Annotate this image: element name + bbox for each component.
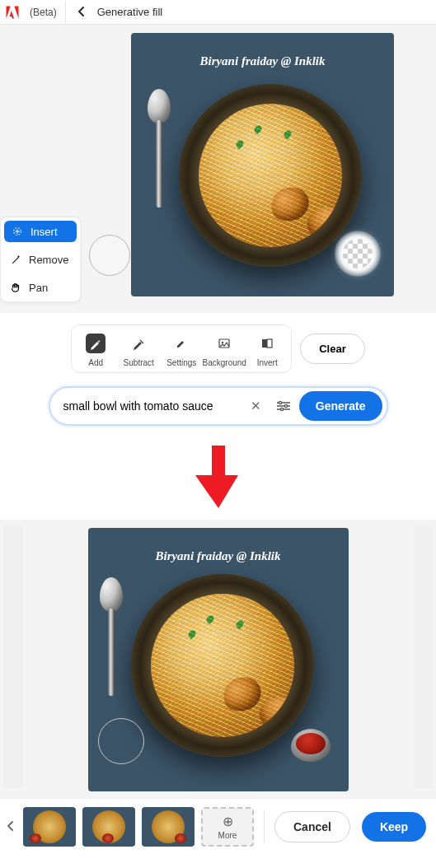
svg-point-6	[284, 404, 287, 407]
clear-button[interactable]: Clear	[300, 334, 365, 364]
canvas-before[interactable]: Biryani fraiday @ Inklik	[131, 33, 394, 296]
plate-graphic	[179, 84, 362, 267]
page-title: Generative fill	[97, 6, 162, 18]
variants-bar: ⊕ More Cancel Keep	[0, 798, 436, 855]
sparkle-icon	[11, 225, 24, 238]
remove-label: Remove	[29, 254, 68, 266]
invert-icon	[257, 334, 277, 353]
settings-button[interactable]: Settings	[162, 334, 200, 367]
variant-thumb-3[interactable]	[142, 807, 195, 847]
variant-thumb-2[interactable]	[82, 807, 135, 847]
prompt-input[interactable]	[63, 399, 244, 413]
svg-rect-3	[262, 339, 267, 348]
adobe-logo	[3, 3, 21, 21]
cancel-button[interactable]: Cancel	[274, 811, 350, 842]
editor-stage-before: Insert Remove Pan Biryani fraiday @ Inkl…	[0, 25, 436, 313]
pan-tool[interactable]: Pan	[1, 273, 80, 301]
keep-button[interactable]: Keep	[362, 812, 426, 842]
invert-button[interactable]: Invert	[248, 334, 286, 367]
insert-label: Insert	[30, 226, 58, 238]
invert-label: Invert	[257, 358, 278, 367]
svg-point-5	[279, 401, 281, 404]
more-label: More	[218, 831, 237, 840]
prev-variant-strip[interactable]	[3, 526, 23, 788]
insert-tool[interactable]: Insert	[4, 221, 77, 242]
plate-graphic-2	[131, 574, 314, 757]
add-brush-label: Add	[88, 358, 103, 367]
canvas-caption-2: Biryani fraiday @ Inklik	[88, 549, 349, 563]
back-button[interactable]	[73, 6, 91, 19]
prompt-settings-button[interactable]	[268, 400, 299, 412]
next-variant-strip[interactable]	[413, 526, 433, 788]
sliders-icon	[276, 400, 291, 412]
flow-arrow	[0, 444, 436, 520]
brush-cursor	[89, 235, 130, 276]
brush-toolbar: Add Subtract Settings Background Invert	[0, 313, 436, 380]
clear-prompt-button[interactable]: ✕	[244, 399, 268, 413]
down-arrow-icon	[195, 446, 241, 508]
subtract-brush-label: Subtract	[124, 358, 154, 367]
add-brush-button[interactable]: Add	[77, 334, 115, 367]
subtract-brush-button[interactable]: Subtract	[120, 334, 157, 367]
variant-thumb-1[interactable]	[23, 807, 76, 847]
mode-tool-panel: Insert Remove Pan	[0, 217, 81, 302]
remove-tool[interactable]: Remove	[1, 245, 80, 273]
background-label: Background	[203, 358, 246, 367]
variants-prev-button[interactable]	[5, 820, 16, 833]
selection-marker	[335, 231, 381, 277]
settings-label: Settings	[166, 358, 196, 367]
hand-icon	[9, 281, 22, 294]
brush-cursor-2	[98, 718, 144, 764]
prompt-bar: ✕ Generate	[0, 380, 436, 444]
wand-icon	[9, 253, 22, 266]
spoon-graphic	[146, 89, 172, 208]
plus-icon: ⊕	[223, 814, 233, 829]
beta-label: (Beta)	[28, 2, 66, 23]
generate-button[interactable]: Generate	[299, 391, 382, 421]
subtract-brush-icon	[129, 334, 148, 353]
add-brush-icon	[86, 334, 105, 353]
generated-sauce	[291, 729, 331, 762]
divider	[264, 810, 265, 843]
svg-rect-4	[267, 339, 272, 348]
pan-label: Pan	[29, 282, 48, 294]
background-button[interactable]: Background	[205, 334, 243, 367]
brush-settings-icon	[171, 334, 191, 353]
image-icon	[214, 334, 234, 353]
app-header: (Beta) Generative fill	[0, 0, 436, 25]
spoon-graphic-2	[98, 577, 124, 696]
svg-point-7	[280, 408, 283, 410]
canvas-caption: Biryani fraiday @ Inklik	[131, 54, 394, 68]
svg-point-2	[222, 342, 223, 343]
more-variants-button[interactable]: ⊕ More	[201, 807, 254, 847]
editor-stage-after: Biryani fraiday @ Inklik	[0, 520, 436, 798]
